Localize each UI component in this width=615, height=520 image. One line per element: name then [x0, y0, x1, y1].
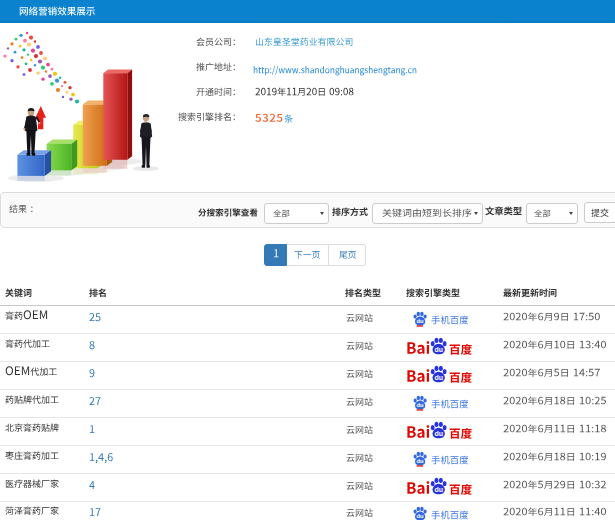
svg-text:du: du — [417, 513, 425, 519]
svg-text:du: du — [417, 318, 425, 324]
svg-text:du: du — [434, 486, 443, 493]
svg-text:du: du — [434, 346, 443, 353]
svg-text:du: du — [434, 430, 443, 437]
svg-text:du: du — [434, 374, 443, 381]
svg-text:du: du — [417, 458, 425, 464]
svg-text:du: du — [417, 402, 425, 408]
